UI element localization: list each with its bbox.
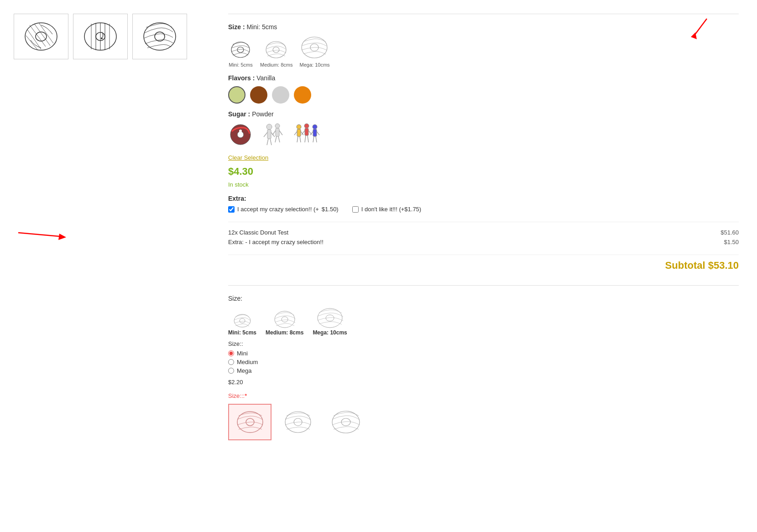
svg-point-42 bbox=[297, 125, 301, 129]
size-options: Mini: 5cms Medium: 8cms bbox=[228, 35, 739, 68]
size-swatch-1[interactable] bbox=[228, 404, 271, 440]
order-row-2-amount: $1.50 bbox=[724, 239, 739, 245]
size-mini-name: Mini: 5cms bbox=[228, 329, 256, 336]
size-swatch-3[interactable] bbox=[324, 404, 367, 440]
svg-rect-43 bbox=[297, 129, 301, 136]
flavor-vanilla[interactable] bbox=[228, 86, 245, 104]
flavor-orange[interactable] bbox=[294, 86, 311, 104]
size-mini-label: Mini: 5cms bbox=[229, 62, 253, 68]
right-panel: Size : Mini: 5cms Mini: 5cms bbox=[219, 9, 748, 454]
thumbnail-1[interactable] bbox=[14, 14, 68, 59]
svg-line-32 bbox=[264, 132, 267, 137]
size-label: Size : Mini: 5cms bbox=[228, 23, 739, 31]
size-required-label: Size:::* bbox=[228, 392, 739, 399]
subtotal-label: Subtotal bbox=[665, 260, 705, 271]
svg-point-36 bbox=[275, 124, 280, 128]
size-option-medium[interactable]: Medium: 8cms bbox=[260, 40, 293, 68]
svg-point-48 bbox=[304, 124, 309, 128]
product-price: $4.30 bbox=[228, 166, 739, 177]
size-radio-label: Size:: bbox=[228, 340, 739, 347]
size-radio-mega[interactable]: Mega bbox=[228, 367, 739, 374]
extra-checkbox-1[interactable] bbox=[228, 206, 235, 213]
size-images-row: Mini: 5cms Medium: 8cms bbox=[228, 307, 739, 336]
size-swatch-2[interactable] bbox=[276, 404, 319, 440]
size-medium-name: Medium: 8cms bbox=[266, 329, 303, 336]
order-row-1-amount: $51.60 bbox=[720, 229, 739, 236]
size-section: Size : Mini: 5cms Mini: 5cms bbox=[228, 23, 739, 68]
flavors-value-text: Vanilla bbox=[256, 74, 275, 82]
size-radio-medium-input[interactable] bbox=[228, 359, 234, 365]
sugar-option-powder[interactable] bbox=[228, 122, 253, 147]
flavors-label-text: Flavors bbox=[228, 74, 251, 82]
size-option-mini[interactable]: Mini: 5cms bbox=[228, 40, 253, 68]
flavor-chocolate[interactable] bbox=[250, 86, 267, 104]
size-radio-group: Size:: Mini Medium Mega bbox=[228, 340, 739, 374]
svg-point-0 bbox=[25, 23, 57, 50]
size-swatches-row bbox=[228, 404, 739, 440]
svg-line-53 bbox=[308, 136, 308, 142]
svg-line-59 bbox=[316, 136, 317, 142]
order-row-1-label: 12x Classic Donut Test bbox=[228, 229, 288, 236]
svg-point-70 bbox=[332, 411, 360, 433]
size-image-mega: Mega: 10cms bbox=[313, 307, 347, 336]
size-required-text: Size::: bbox=[228, 392, 245, 399]
extra-section: Extra: I accept my crazy selection!! (+ … bbox=[228, 195, 739, 213]
flavors-section: Flavors : Vanilla bbox=[228, 74, 739, 104]
size-value-text: Mini: 5cms bbox=[246, 23, 277, 31]
svg-point-28 bbox=[237, 131, 244, 138]
extra-option-2-label: I don't like it!!! (+$1.75) bbox=[361, 206, 421, 213]
size-image-medium: Medium: 8cms bbox=[266, 309, 303, 336]
svg-line-52 bbox=[305, 136, 306, 142]
size-mega-label: Mega: 10cms bbox=[300, 62, 330, 68]
size-radio-mega-input[interactable] bbox=[228, 368, 234, 374]
order-summary: 12x Classic Donut Test $51.60 Extra: - I… bbox=[228, 222, 739, 245]
stock-status: In stock bbox=[228, 181, 739, 188]
sugar-options bbox=[228, 122, 739, 147]
order-row-1: 12x Classic Donut Test $51.60 bbox=[228, 229, 739, 236]
svg-rect-37 bbox=[276, 128, 279, 136]
svg-line-46 bbox=[297, 136, 298, 142]
svg-line-39 bbox=[279, 130, 282, 135]
svg-point-63 bbox=[282, 317, 288, 322]
sugar-value-text: Powder bbox=[252, 110, 273, 118]
svg-point-24 bbox=[273, 47, 279, 52]
subtotal-value: $53.10 bbox=[708, 260, 739, 271]
size-selector-section: Size: Mini: 5cms bbox=[228, 285, 739, 440]
svg-line-38 bbox=[272, 130, 276, 135]
flavors-label: Flavors : Vanilla bbox=[228, 74, 739, 82]
svg-line-45 bbox=[301, 131, 303, 135]
size-radio-mini-input[interactable] bbox=[228, 350, 234, 356]
top-divider bbox=[228, 14, 739, 14]
size-medium-label: Medium: 8cms bbox=[260, 62, 293, 68]
svg-line-44 bbox=[294, 131, 297, 135]
svg-line-57 bbox=[317, 131, 319, 135]
svg-line-50 bbox=[302, 130, 305, 135]
size-radio-medium[interactable]: Medium bbox=[228, 359, 739, 365]
size-label-text: Size bbox=[228, 23, 241, 31]
extra-option-2[interactable]: I don't like it!!! (+$1.75) bbox=[352, 206, 421, 213]
extra-option-1[interactable]: I accept my crazy selection!! (+ $1.50) bbox=[228, 206, 339, 213]
svg-line-17 bbox=[18, 233, 59, 236]
thumbnail-2[interactable] bbox=[73, 14, 128, 59]
svg-point-14 bbox=[101, 37, 103, 39]
size-option-mega[interactable]: Mega: 10cms bbox=[300, 35, 330, 68]
svg-rect-49 bbox=[305, 128, 308, 136]
svg-line-47 bbox=[300, 136, 301, 142]
svg-point-29 bbox=[239, 130, 242, 132]
clear-selection-link[interactable]: Clear Selection bbox=[228, 154, 739, 161]
subtotal-row: Subtotal $53.10 bbox=[228, 255, 739, 276]
extra-checkbox-2[interactable] bbox=[352, 206, 359, 213]
flavor-plain[interactable] bbox=[272, 86, 289, 104]
order-row-2-label: Extra: - I accept my crazy selection!! bbox=[228, 239, 324, 245]
thumbnail-3[interactable] bbox=[132, 14, 187, 59]
svg-point-65 bbox=[326, 315, 334, 321]
size-required-asterisk: * bbox=[245, 392, 247, 399]
sugar-option-2[interactable] bbox=[260, 122, 285, 147]
svg-marker-18 bbox=[58, 234, 66, 240]
size-radio-mini[interactable]: Mini bbox=[228, 350, 739, 357]
svg-rect-55 bbox=[313, 129, 317, 136]
svg-line-34 bbox=[267, 139, 268, 145]
sugar-option-3[interactable] bbox=[292, 122, 322, 147]
size-selector-label: Size: bbox=[228, 295, 739, 302]
size-price: $2.20 bbox=[228, 379, 739, 386]
